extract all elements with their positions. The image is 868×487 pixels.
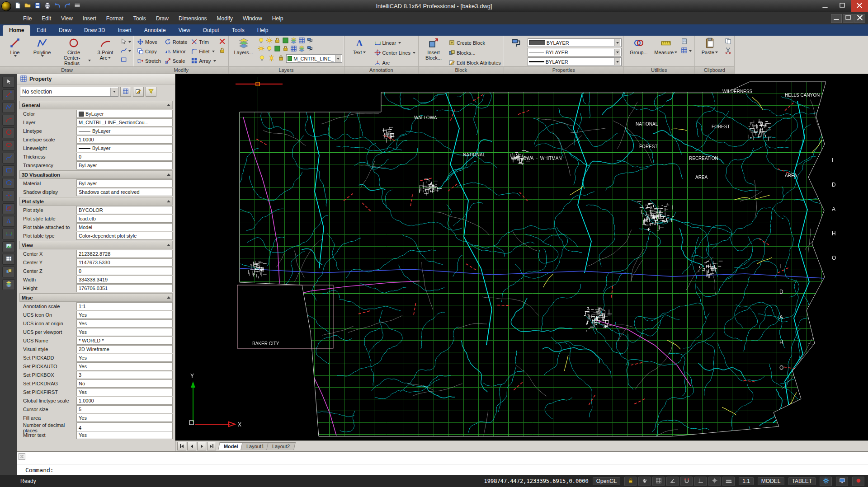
property-value[interactable]: ByLayer (76, 110, 173, 118)
property-value[interactable]: Yes (76, 362, 173, 370)
first-layout-button[interactable] (177, 442, 186, 450)
copy-button[interactable]: Copy (136, 47, 162, 56)
trim-button[interactable]: Trim (190, 37, 217, 47)
ribbon-tab-view[interactable]: View (172, 25, 197, 36)
blocks-button[interactable]: Blocks... (448, 48, 502, 57)
save-button[interactable] (33, 2, 42, 11)
property-value[interactable]: 0 (76, 267, 173, 275)
menu-format[interactable]: Format (101, 13, 128, 24)
model-space-button[interactable]: MODEL (758, 477, 784, 485)
status-grid9-button[interactable] (652, 477, 665, 486)
menu-help[interactable]: Help (267, 13, 288, 24)
property-value[interactable]: 334338.3419 (76, 276, 173, 284)
property-value[interactable]: Yes (76, 319, 173, 328)
move-button[interactable]: Move (136, 37, 162, 47)
property-edit-button[interactable] (133, 87, 144, 97)
property-value[interactable]: 1:1 (76, 302, 173, 310)
left-tool-polygon-button[interactable] (2, 178, 15, 189)
text-dropdown-icon[interactable] (363, 52, 366, 53)
menu-view[interactable]: View (56, 13, 78, 24)
lineweight-combo[interactable]: BYLAYER (528, 57, 622, 66)
collapse-icon[interactable] (167, 200, 170, 202)
layer-tool-7-button[interactable] (307, 37, 314, 45)
layer-tool-6-button[interactable] (298, 37, 306, 45)
restore-button[interactable] (834, 0, 851, 12)
doc-restore-button[interactable] (843, 14, 854, 23)
layers-button[interactable]: Layers... (231, 37, 257, 56)
property-value[interactable]: Yes (76, 388, 173, 396)
annotation-scale-button[interactable]: 1:1 (739, 477, 754, 485)
property-value[interactable]: Shadows cast and received (76, 188, 173, 196)
center-lines-button[interactable]: Center Lines (373, 48, 416, 57)
menu-draw[interactable]: Draw (151, 13, 174, 24)
polyline-dropdown-icon[interactable] (41, 55, 44, 57)
layer-tool-11-button[interactable] (282, 46, 290, 53)
menu-modify[interactable]: Modify (212, 13, 238, 24)
draw-extra-rectangle-button[interactable] (119, 56, 132, 64)
selection-combo-dropdown-icon[interactable] (110, 88, 118, 96)
property-value[interactable]: ByLayer (76, 161, 173, 169)
property-value[interactable]: ByLayer (76, 179, 173, 187)
measure-dropdown-icon[interactable] (675, 52, 677, 53)
ribbon-tab-home[interactable]: Home (3, 25, 30, 36)
mirror-button[interactable]: Mirror (164, 47, 188, 56)
dimension-arc-button[interactable]: Arc (373, 58, 416, 67)
explode-button[interactable] (218, 47, 226, 55)
property-value[interactable]: Yes (76, 354, 173, 362)
tablet-button[interactable]: TABLET (788, 477, 816, 485)
property-value[interactable]: lcad.ctb (76, 215, 173, 223)
status-paw-button[interactable] (638, 477, 651, 486)
property-value[interactable]: 2123822.8728 (76, 250, 173, 258)
layer-tool-14-button[interactable] (307, 46, 314, 53)
property-value[interactable]: Color-dependent plot style (76, 232, 173, 240)
left-tool-line-button[interactable] (2, 89, 15, 100)
ribbon-tab-edit[interactable]: Edit (30, 25, 52, 36)
property-value[interactable]: Yes (76, 414, 173, 422)
property-value[interactable]: Yes (76, 328, 173, 336)
previous-layout-button[interactable] (187, 442, 196, 450)
insert-block-button[interactable]: Insert Block... (420, 37, 447, 61)
property-value[interactable]: 1.0000 (76, 136, 173, 144)
ribbon-tab-tools[interactable]: Tools (226, 25, 251, 36)
layer-tool-9-button[interactable] (266, 46, 274, 53)
undo-button[interactable] (53, 2, 62, 11)
property-value[interactable]: 1147673.5330 (76, 258, 173, 267)
command-close-button[interactable] (19, 453, 25, 460)
collapse-icon[interactable] (167, 244, 170, 246)
layer-tool-8-button[interactable] (258, 46, 265, 53)
arc-dropdown-icon[interactable] (108, 57, 111, 59)
doc-close-button[interactable] (854, 14, 865, 23)
array-button[interactable]: Array (190, 56, 217, 66)
selection-combo[interactable]: No selection (20, 87, 118, 97)
dimension-linear-button[interactable]: Linear (373, 38, 416, 47)
ribbon-tab-draw[interactable]: Draw (52, 25, 78, 36)
color-combo[interactable]: BYLAYER (528, 38, 622, 47)
layer-thaw-button[interactable] (267, 55, 276, 63)
property-section-view[interactable]: View (19, 241, 173, 249)
next-layout-button[interactable] (197, 442, 206, 450)
open-button[interactable] (23, 2, 32, 11)
circle-dropdown-icon[interactable] (88, 60, 91, 61)
property-section-3d-visualisation[interactable]: 3D Visualisation (19, 170, 173, 179)
layer-lock-button[interactable] (277, 55, 285, 63)
status-lock-button[interactable] (624, 477, 637, 486)
pointer-dropdown-icon[interactable] (128, 41, 131, 43)
dim-linear-dropdown-icon[interactable] (398, 42, 401, 44)
display-button[interactable] (836, 477, 848, 486)
property-value[interactable]: BYCOLOR (76, 206, 173, 214)
menu-window[interactable]: Window (238, 13, 267, 24)
status-angle-button[interactable] (666, 477, 679, 486)
property-value[interactable]: No (76, 379, 173, 388)
print-button[interactable] (43, 2, 52, 11)
last-layout-button[interactable] (207, 442, 216, 450)
opengl-indicator[interactable]: OpenGL (593, 477, 620, 485)
layout-tab-layout1[interactable]: Layout1 (241, 442, 270, 450)
status-perp-button[interactable] (694, 477, 707, 486)
ribbon-tab-annotate[interactable]: Annotate (138, 25, 172, 36)
lineweight-combo-dropdown-icon[interactable] (614, 58, 620, 65)
collapse-icon[interactable] (167, 296, 170, 299)
circle-button[interactable]: Circle Center-Radius (56, 37, 91, 67)
quick-select-dropdown-icon[interactable] (689, 50, 692, 52)
property-filter-button[interactable] (146, 87, 156, 97)
linetype-combo[interactable]: BYLAYER (528, 48, 622, 56)
